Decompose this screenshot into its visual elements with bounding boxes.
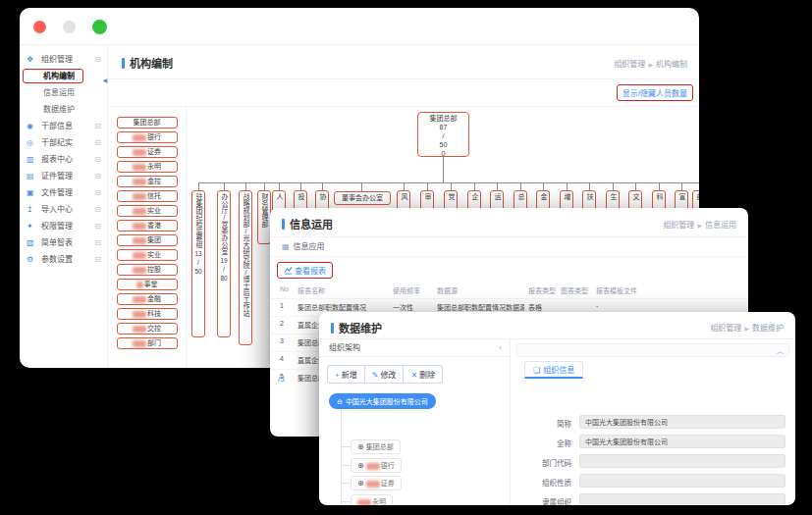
sidebar-item-label: 报表中心 <box>41 155 73 164</box>
edit-icon: ✎ <box>372 371 379 380</box>
sidebar-item-label: 组织管理 <box>41 55 73 64</box>
breadcrumb-current: 数据维护 <box>752 324 784 333</box>
chart-node-label: 党 <box>445 193 457 200</box>
breadcrumb-sep-icon: ▶ <box>697 223 702 229</box>
collapse-node-icon[interactable]: ⊖ <box>337 398 343 405</box>
button-label: 新增 <box>342 371 357 380</box>
删除-button[interactable]: ✕删除 <box>404 365 443 384</box>
permission-key-icon: ✦ <box>27 218 33 234</box>
sidebar-item-9[interactable]: ⚙参数设置⊟ <box>20 251 107 268</box>
chart-node-label: 运 <box>491 193 503 200</box>
document-icon: ▣ <box>27 184 34 201</box>
breadcrumb-parent[interactable]: 组织管理 <box>710 324 741 333</box>
tree-node-2[interactable]: ⊕证券 <box>351 476 402 490</box>
chart-node-label: 文 <box>629 193 641 200</box>
pagination[interactable]: /5 <box>278 375 285 384</box>
sidebar-collapse-icon[interactable]: ⊟ <box>94 151 101 168</box>
window-close-dot[interactable] <box>33 21 46 33</box>
chart-node-label: 总 <box>514 193 526 200</box>
chart-node-label: 风 <box>398 193 409 200</box>
sidebar-subitem-机构编制[interactable]: 机构编制◀ <box>20 68 107 84</box>
grid-icon: ▦ <box>282 242 290 251</box>
collapse-up-icon[interactable]: ︿ <box>777 345 784 355</box>
redacted-text <box>366 463 380 470</box>
chart-node-label: 增 <box>561 193 572 200</box>
form-input-部门代码[interactable] <box>579 454 785 468</box>
chart-node-label: 企 <box>468 193 480 200</box>
tree-node-label: 银行 <box>381 462 395 469</box>
sidebar-collapse-icon[interactable]: ⊟ <box>94 168 101 184</box>
sidebar-collapse-icon[interactable]: ⊟ <box>94 134 101 151</box>
tree-panel-header: 组织架构 ‹ <box>319 339 510 357</box>
tree-node-label: 集团总部 <box>366 443 394 450</box>
cell: 一次性 <box>393 302 413 312</box>
tree-node-0[interactable]: ⊕集团总部 <box>351 439 401 454</box>
sidebar-item-label: 权限管理 <box>41 222 73 231</box>
sidebar-collapse-icon[interactable]: ⊟ <box>94 218 101 234</box>
tree-button-group: +新增✎修改✕删除 <box>327 365 443 384</box>
sidebar-item-label: 导入中心 <box>41 205 73 214</box>
expand-icon[interactable]: ⊕ <box>357 461 364 470</box>
smart-table-icon: ▧ <box>27 234 34 251</box>
collapse-left-icon[interactable]: ‹ <box>499 339 502 357</box>
tree-root-node[interactable]: ⊖中国光大集团股份有限公司 <box>329 393 436 409</box>
sidebar-subitem-label: 数据维护 <box>43 105 75 114</box>
form-input-全称[interactable] <box>579 435 785 448</box>
sidebar-item-8[interactable]: ▧简单智表⊟ <box>20 234 107 251</box>
chart-node-label: 人 <box>273 193 285 200</box>
sidebar-collapse-icon[interactable]: ⊟ <box>94 51 101 68</box>
org-structure-icon: ❖ <box>27 51 33 68</box>
sidebar-collapse-icon[interactable]: ⊟ <box>94 201 101 218</box>
chart-node-label: 驻集团纪检监察组 <box>192 193 204 248</box>
chart-root-node[interactable]: 集团总部87/500 <box>417 112 469 157</box>
tab-org-info[interactable]: ❏组织信息 <box>524 361 583 379</box>
import-icon: ↥ <box>27 201 33 218</box>
form-row-简称: 简称 <box>511 415 785 429</box>
chart-connector-line <box>443 157 444 182</box>
form-input-简称[interactable] <box>579 415 785 429</box>
sidebar-item-1[interactable]: ◉干部信息⊟ <box>20 118 107 134</box>
breadcrumb: 组织管理▶机构编制 <box>614 58 687 69</box>
breadcrumb-parent[interactable]: 组织管理 <box>614 60 645 69</box>
cell: 集团总部职数配置情况数据源 <box>437 302 524 312</box>
chart-node-label: 办公厅/党委办公室 <box>218 193 230 255</box>
sidebar-collapse-icon[interactable]: ⊟ <box>94 234 101 251</box>
sidebar-item-label: 参数设置 <box>41 255 73 264</box>
tree-node-3[interactable]: 永明 <box>351 494 393 505</box>
sidebar-subitem-信息运用[interactable]: 信息运用 <box>20 84 107 101</box>
breadcrumb-parent[interactable]: 组织管理 <box>663 221 694 230</box>
redacted-text <box>357 499 371 505</box>
form-label: 部门代码 <box>511 457 571 468</box>
toggle-hidden-count-button[interactable]: 显示/隐藏人员数量 <box>617 84 693 101</box>
sidebar-collapse-icon[interactable]: ⊟ <box>94 184 101 201</box>
redacted-text <box>366 481 380 488</box>
title-accent-bar <box>331 323 334 334</box>
sidebar-item-4[interactable]: ▤证件管理⊟ <box>20 168 107 184</box>
sidebar-subitem-数据维护[interactable]: 数据维护 <box>20 101 107 118</box>
form-input-隶属组织[interactable] <box>579 493 785 505</box>
chart-node-0[interactable]: 驻集团纪检监察组13/50 <box>191 190 205 337</box>
sidebar-item-7[interactable]: ✦权限管理⊟ <box>20 218 107 234</box>
view-report-button[interactable]: 查看报表 <box>277 262 333 279</box>
sidebar-item-0[interactable]: ❖组织管理⊟ <box>20 51 107 68</box>
expand-icon[interactable]: ⊕ <box>357 442 364 451</box>
sidebar-item-6[interactable]: ↥导入中心⊟ <box>20 201 107 218</box>
tree-node-1[interactable]: ⊕银行 <box>351 458 402 473</box>
sidebar-item-2[interactable]: ◎干部纪实⊟ <box>20 134 107 151</box>
chart-node-label: 投 <box>295 193 306 200</box>
修改-button[interactable]: ✎修改 <box>365 365 405 384</box>
window-maximize-dot[interactable] <box>92 20 107 34</box>
chart-node-3[interactable]: 财务管理部 <box>257 190 271 244</box>
新增-button[interactable]: +新增 <box>327 365 365 384</box>
sidebar-collapse-icon[interactable]: ⊟ <box>94 251 101 268</box>
chart-node-1[interactable]: 办公厅/党委办公室19/80 <box>217 190 231 337</box>
expand-icon[interactable]: ⊕ <box>357 479 364 488</box>
sidebar-item-3[interactable]: ▥报表中心⊟ <box>20 151 107 168</box>
sidebar-collapse-icon[interactable]: ⊟ <box>94 118 101 134</box>
chart-node-2[interactable]: 战略规划部/光大研究院/博士后工作站 <box>239 190 252 345</box>
sidebar-item-5[interactable]: ▣文件管理⊟ <box>20 184 107 201</box>
tree-connector-line <box>341 410 342 505</box>
chart-node-7[interactable]: 董事会办公室 <box>334 191 391 205</box>
window-minimize-dot[interactable] <box>63 21 76 33</box>
form-input-组织性质[interactable] <box>579 474 785 488</box>
